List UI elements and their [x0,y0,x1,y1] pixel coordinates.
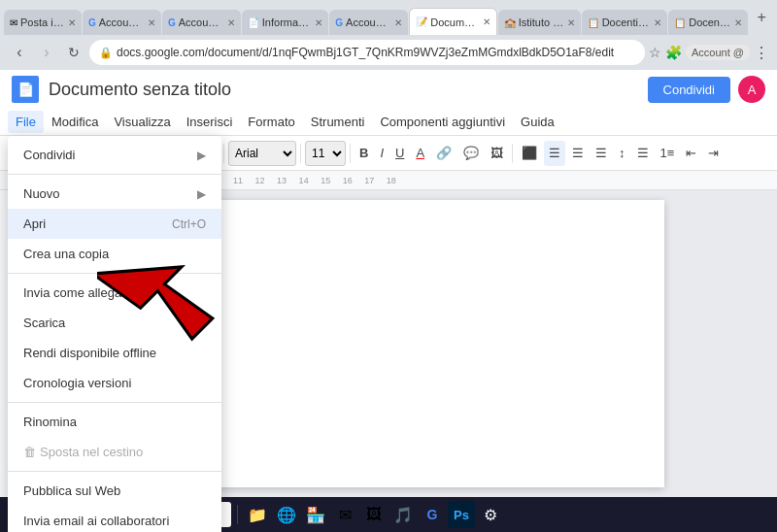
tab-docenti1[interactable]: 📋 Docenti Sal... ✕ [582,10,668,35]
sposta-icon: 🗑 [23,445,36,459]
tab-info[interactable]: 📄 Informazion... ✕ [242,10,329,35]
scarica-label: Scarica [23,316,65,330]
taskbar-icon-ps[interactable]: Ps [448,501,475,528]
apri-shortcut: Ctrl+O [172,217,206,231]
menu-item-visualizza[interactable]: Visualizza [106,111,178,133]
indent-more-button[interactable]: ⇥ [703,141,724,166]
file-menu-scarica[interactable]: Scarica [8,308,221,338]
share-button[interactable]: Condividi [648,77,730,103]
menu-item-inserisci[interactable]: Inserisci [179,111,241,133]
tab-close-8[interactable]: ✕ [734,17,742,28]
separator-3 [8,402,221,403]
tab-mail[interactable]: ✉ Posta in a... ✕ [4,10,82,35]
extensions-button[interactable]: 🧩 [665,45,682,60]
file-menu-invia[interactable]: Invia come allega... [8,278,221,308]
forward-button[interactable]: › [35,41,58,64]
tab-favicon-account3: G [335,17,343,28]
condividi-label: Condividi [23,148,75,162]
file-menu-offline[interactable]: Rendi disponibile offline [8,338,221,368]
reload-button[interactable]: ↻ [62,41,85,64]
align-right-button[interactable]: ☰ [567,141,589,166]
taskbar-icon-music[interactable]: 🎵 [389,501,417,528]
tab-close-4[interactable]: ✕ [394,17,402,28]
cronologia-label: Cronologia versioni [23,376,131,390]
menu-item-formato[interactable]: Formato [240,111,302,133]
tab-account2[interactable]: G Account G... ✕ [162,10,241,35]
file-menu-apri[interactable]: Apri Ctrl+O [8,209,221,239]
tab-account1[interactable]: G Account G... ✕ [83,10,161,35]
indent-less-button[interactable]: ⇤ [681,141,701,166]
image-button[interactable]: 🖼 [486,141,508,166]
back-button[interactable]: ‹ [8,41,31,64]
align-center-button[interactable]: ☰ [544,141,565,166]
tab-favicon-account2: G [168,17,176,28]
tab-istituto[interactable]: 🏫 Istituto Sar... ✕ [498,10,581,35]
menu-item-componenti[interactable]: Componenti aggiuntivi [372,111,513,133]
tab-close-1[interactable]: ✕ [148,17,155,28]
tab-title-account2: Account G... [179,17,224,28]
text-color-button[interactable]: A [411,141,429,166]
tab-title-info: Informazion... [262,17,313,28]
file-menu-pubblica[interactable]: Pubblica sul Web [8,476,221,506]
font-select[interactable]: Arial [228,141,296,166]
link-button[interactable]: 🔗 [431,141,456,166]
toolbar-divider-4 [300,144,301,163]
file-dropdown-menu: Condividi ▶ Nuovo ▶ Apri Ctrl+O Crea una… [8,136,221,532]
taskbar-icon-mail[interactable]: ✉ [331,501,358,528]
comment-button[interactable]: 💬 [458,141,484,166]
tab-close-mail[interactable]: ✕ [68,17,76,28]
taskbar-icon-edge[interactable]: 🌐 [273,501,300,528]
justify-button[interactable]: ☰ [591,141,612,166]
file-menu-email-collab[interactable]: Invia email ai collaboratori [8,506,221,532]
doc-page[interactable] [159,200,664,487]
file-menu-nuovo[interactable]: Nuovo ▶ [8,179,221,209]
address-text: docs.google.com/document/d/1nqFQwmBj1GT_… [117,46,614,59]
file-menu-condividi[interactable]: Condividi ▶ [8,140,221,170]
menu-button[interactable]: ⋮ [754,44,769,62]
num-list-button[interactable]: 1≡ [656,141,680,166]
email-collab-label: Invia email ai collaboratori [23,514,169,528]
sposta-label: Sposta nel cestino [40,445,206,459]
file-menu-cronologia[interactable]: Cronologia versioni [8,368,221,398]
underline-button[interactable]: U [390,141,409,166]
new-tab-button[interactable]: + [751,5,773,30]
tab-close-2[interactable]: ✕ [227,17,235,28]
taskbar-icon-store[interactable]: 🏪 [302,501,329,528]
tab-title-account1: Account G... [99,17,145,28]
tab-close-7[interactable]: ✕ [654,17,661,28]
address-bar[interactable]: 🔒 docs.google.com/document/d/1nqFQwmBj1G… [89,40,645,65]
menu-item-file[interactable]: File [8,111,44,133]
bold-button[interactable]: B [355,141,373,166]
account-avatar[interactable]: A [738,76,765,103]
file-menu-rinomina[interactable]: Rinomina [8,407,221,437]
tab-close-3[interactable]: ✕ [315,17,322,28]
doc-icon: 📄 [12,76,39,103]
line-spacing-button[interactable]: ↕ [614,141,630,166]
menu-item-guida[interactable]: Guida [513,111,562,133]
account-button[interactable]: Account @ [686,45,750,60]
apri-label: Apri [23,216,46,231]
tab-close-6[interactable]: ✕ [567,17,575,28]
taskbar-icon-settings[interactable]: ⚙ [477,501,504,528]
list-button[interactable]: ☰ [632,141,654,166]
separator-4 [8,471,221,472]
font-size-select[interactable]: 11 [305,141,346,166]
menu-item-strumenti[interactable]: Strumenti [303,111,373,133]
doc-title[interactable]: Documento senza titolo [49,80,231,100]
menu-item-modifica[interactable]: Modifica [44,111,106,133]
tab-account3[interactable]: G Account G... ✕ [329,10,408,35]
toolbar-divider-6 [512,144,513,163]
tab-favicon-mail: ✉ [10,17,17,28]
taskbar-icon-explorer[interactable]: 📁 [244,501,271,528]
taskbar-icon-chrome[interactable]: G [419,501,446,528]
align-left-button[interactable]: ⬛ [517,141,542,166]
file-menu-crea-copia[interactable]: Crea una copia [8,239,221,269]
tab-title-docenti1: Docenti Sal... [602,17,652,28]
tab-docenti2[interactable]: 📋 Docenti S... ✕ [668,10,747,35]
italic-button[interactable]: I [375,141,388,166]
nuovo-arrow: ▶ [197,187,206,201]
tab-close-5[interactable]: ✕ [483,17,490,27]
bookmark-button[interactable]: ☆ [649,45,661,60]
taskbar-icon-photo[interactable]: 🖼 [360,501,388,528]
tab-document[interactable]: 📝 Documento... ✕ [409,8,497,35]
